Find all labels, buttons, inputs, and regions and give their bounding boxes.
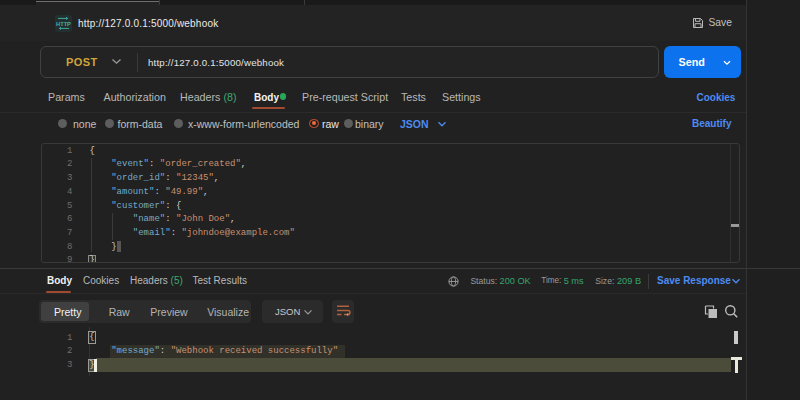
svg-text:HTTP: HTTP bbox=[56, 21, 71, 27]
